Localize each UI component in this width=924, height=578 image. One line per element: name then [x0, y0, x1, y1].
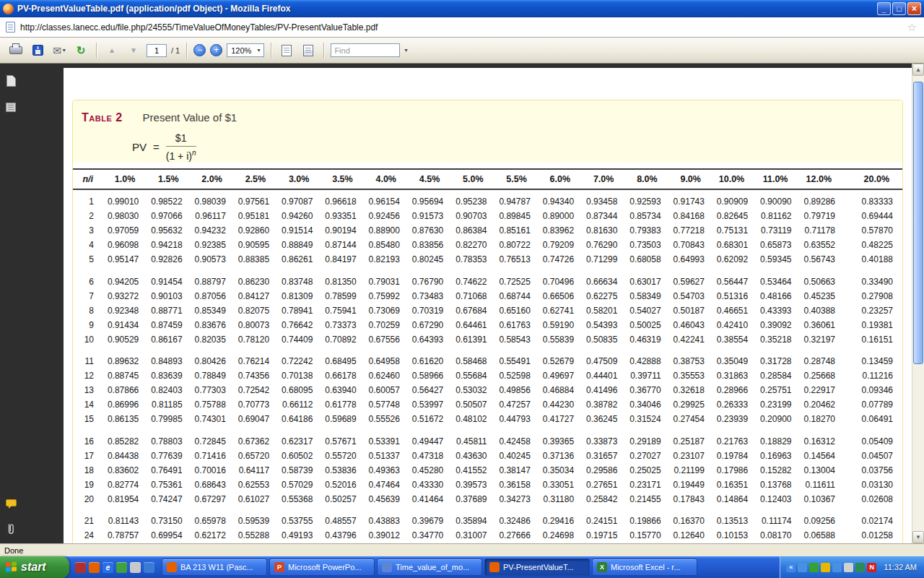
window-titlebar[interactable]: PV-PresentValueTable.pdf (application/pd… [0, 0, 924, 17]
pv-factor-cell: 0.85161 [497, 224, 540, 238]
taskbar-task-microsoft-excel[interactable]: XMicrosoft Excel - r... [592, 558, 697, 576]
pv-factor-cell: 0.87056 [192, 289, 235, 303]
quick-launch-icon-6[interactable] [144, 562, 154, 573]
email-button[interactable]: ✉ ▾ [51, 42, 68, 59]
taskbar-task-time-value-of-money[interactable]: Time_value_of_mo... [377, 558, 482, 576]
scroll-down-button[interactable]: ▼ [912, 531, 924, 543]
pv-factor-cell: 0.54393 [583, 318, 627, 332]
scrollbar-thumb[interactable] [913, 82, 923, 364]
table-row: 130.878660.824030.773030.725420.680950.6… [73, 384, 902, 398]
pv-factor-cell: 0.86230 [235, 267, 279, 290]
pv-factor-cell: 0.28748 [801, 347, 845, 369]
pv-factor-cell: 0.04507 [845, 449, 902, 463]
pv-factor-cell: 0.41552 [453, 463, 496, 478]
pv-factor-cell: 0.50257 [322, 492, 365, 506]
pv-factor-cell: 0.31728 [757, 347, 801, 369]
rate-column-header: 7.0% [583, 169, 627, 189]
pv-factor-cell: 0.49697 [540, 369, 583, 384]
zoom-level-select[interactable]: 120% ▾ [227, 43, 264, 57]
pv-factor-cell: 0.42410 [714, 318, 757, 332]
table-row: 50.951470.928260.905730.883850.862610.84… [73, 253, 902, 267]
pv-factor-cell: 0.86167 [148, 332, 191, 347]
quick-launch-ie-icon[interactable]: e [103, 562, 113, 573]
comments-panel-button[interactable] [4, 496, 18, 510]
bookmark-star-icon[interactable]: ☆ [906, 21, 918, 34]
attachments-panel-button[interactable] [4, 522, 18, 536]
hidden-icons-chevron[interactable]: « [786, 563, 796, 572]
rate-column-header: 5.0% [453, 169, 496, 189]
maximize-button[interactable]: □ [892, 2, 906, 15]
url-field[interactable]: http://classes.lanecc.edu/file.php/24555… [20, 22, 906, 33]
tray-display-icon[interactable] [798, 563, 807, 572]
tray-network-icon[interactable] [832, 563, 842, 572]
pv-factor-cell: 0.72542 [235, 384, 279, 398]
scroll-up-button[interactable]: ▲ [912, 64, 924, 76]
pv-factor-cell: 0.12403 [757, 492, 801, 506]
pv-factor-cell: 0.95632 [148, 224, 191, 238]
pv-factor-cell: 0.91434 [105, 318, 148, 332]
zoom-in-button[interactable]: + [210, 44, 222, 56]
pv-factor-cell: 0.81162 [757, 210, 801, 224]
table-row: 170.844380.776390.714160.657200.605020.5… [73, 449, 902, 463]
pv-factor-cell: 0.61391 [453, 332, 496, 347]
pv-factor-cell: 0.37689 [453, 492, 496, 506]
zoom-level-value: 120% [231, 46, 251, 55]
start-button[interactable]: start [0, 556, 69, 578]
tray-shield-icon[interactable] [809, 563, 819, 572]
pv-factor-cell: 0.28966 [714, 384, 757, 398]
tray-volume-icon[interactable] [844, 563, 853, 572]
tray-messenger-icon[interactable] [855, 563, 865, 572]
pv-factor-cell: 0.52679 [540, 347, 583, 369]
pv-factor-cell: 0.67556 [366, 332, 409, 347]
pv-factor-cell: 0.69047 [235, 413, 279, 427]
refresh-button[interactable]: ↻ [72, 42, 90, 59]
pv-factor-cell: 0.59689 [322, 413, 365, 427]
layers-panel-button[interactable] [4, 100, 18, 114]
pv-factor-cell: 0.50187 [671, 303, 714, 318]
tray-update-icon[interactable] [821, 563, 830, 572]
pv-factor-cell: 0.94260 [279, 210, 322, 224]
quick-launch-firefox-icon[interactable] [89, 562, 100, 573]
period-cell: 17 [73, 449, 105, 463]
table-title: Present Value of $1 [143, 111, 237, 124]
pv-factor-cell: 0.81185 [148, 398, 191, 413]
print-button[interactable] [7, 42, 25, 59]
pv-factor-cell: 0.47257 [497, 398, 540, 413]
quick-launch-icon-5[interactable] [130, 562, 141, 573]
save-button[interactable] [29, 42, 46, 59]
pages-panel-button[interactable] [4, 74, 18, 88]
pv-factor-cell: 0.32197 [801, 332, 845, 347]
period-cell: 11 [73, 347, 105, 369]
zoom-out-button[interactable]: − [193, 44, 206, 56]
email-dropdown-icon: ▾ [63, 47, 66, 53]
single-page-view-button[interactable] [278, 42, 295, 59]
rate-column-header: 3.5% [322, 169, 365, 189]
continuous-view-button[interactable] [300, 42, 317, 59]
pv-factor-cell: 0.75992 [366, 289, 409, 303]
scrollbar-track[interactable] [912, 76, 924, 531]
pv-factor-cell: 0.60502 [279, 449, 322, 463]
table-row: 10.990100.985220.980390.975610.970870.96… [73, 189, 902, 210]
next-page-button[interactable]: ▼ [125, 42, 142, 59]
taskbar-task-ba-213-w11[interactable]: BA 213 W11 (Pasc... [162, 558, 267, 576]
close-button[interactable]: × [907, 2, 921, 15]
pv-factor-cell: 0.53391 [366, 427, 409, 449]
find-dropdown-icon[interactable]: ▾ [404, 47, 407, 53]
taskbar-task-microsoft-powerpoint[interactable]: PMicrosoft PowerPo... [269, 558, 375, 576]
vertical-scrollbar[interactable]: ▲ ▼ [912, 64, 924, 543]
tray-novell-icon[interactable]: N [867, 563, 876, 572]
pv-factor-cell: 0.03756 [845, 463, 902, 478]
taskbar-clock[interactable]: 11:32 AM [884, 563, 917, 571]
minimize-button[interactable]: _ [877, 2, 891, 15]
quick-launch-icon-1[interactable] [75, 562, 86, 573]
pv-factor-cell: 0.81350 [322, 267, 365, 290]
quick-launch-icon-4[interactable] [116, 562, 127, 573]
pv-factor-cell: 0.32618 [671, 384, 714, 398]
period-cell: 20 [73, 492, 105, 506]
previous-page-button[interactable]: ▲ [103, 42, 121, 59]
find-input[interactable] [331, 43, 400, 57]
page-number-input[interactable] [147, 44, 167, 57]
taskbar-task-pv-presentvaluetable[interactable]: PV-PresentValueT... [484, 558, 590, 576]
address-bar: http://classes.lanecc.edu/file.php/24555… [0, 17, 924, 38]
pv-factor-cell: 0.19784 [714, 449, 757, 463]
